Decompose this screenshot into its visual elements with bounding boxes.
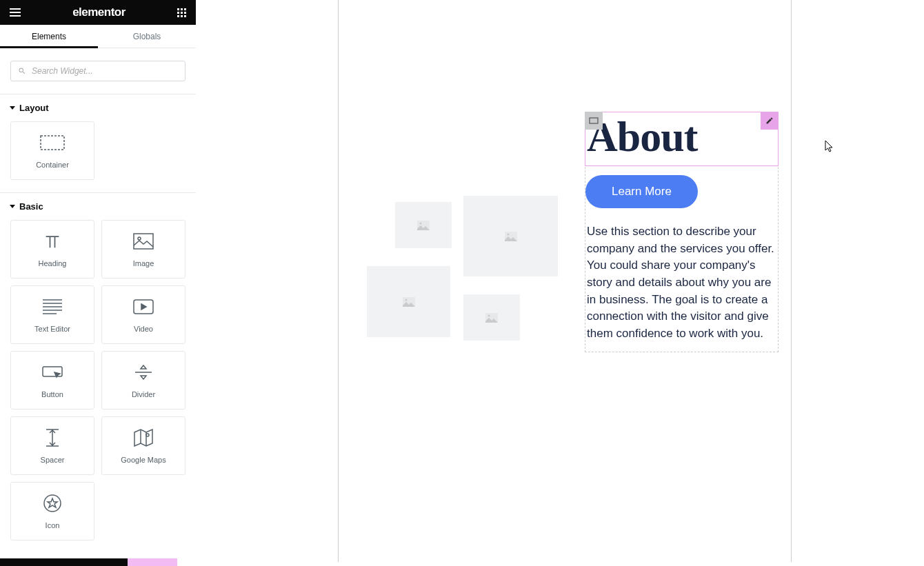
- apps-grid-button[interactable]: [177, 8, 186, 17]
- image-icon: [133, 232, 154, 251]
- section-basic-header[interactable]: Basic: [0, 193, 196, 220]
- map-icon: [134, 428, 153, 447]
- bottom-bar: [0, 558, 196, 566]
- svg-point-13: [420, 222, 422, 224]
- heading-widget-selected[interactable]: About: [585, 112, 779, 166]
- panel-tabs: Elements Globals: [0, 25, 196, 48]
- widget-drag-handle[interactable]: [585, 112, 603, 130]
- widget-icon[interactable]: Icon: [10, 482, 94, 540]
- widget-google-maps[interactable]: Google Maps: [101, 416, 185, 475]
- search-wrap: [0, 48, 196, 94]
- widget-spacer[interactable]: Spacer: [10, 416, 94, 475]
- section-layout-header[interactable]: Layout: [0, 94, 196, 121]
- tab-globals[interactable]: Globals: [98, 25, 196, 48]
- app-root: elementor Elements Globals Layout: [0, 0, 924, 566]
- hamburger-menu-button[interactable]: [10, 8, 21, 17]
- svg-point-19: [488, 314, 490, 316]
- gallery-image-4[interactable]: [463, 294, 520, 341]
- editor-canvas[interactable]: About Learn More Use this section to des…: [196, 0, 924, 566]
- star-icon: [43, 494, 61, 513]
- text-editor-icon: [43, 297, 62, 316]
- svg-point-15: [507, 233, 509, 235]
- widget-image[interactable]: Image: [101, 220, 185, 279]
- widget-button[interactable]: Button: [10, 351, 94, 410]
- svg-rect-1: [134, 234, 153, 249]
- widget-edit-button[interactable]: [761, 112, 779, 130]
- mouse-cursor: [825, 140, 834, 152]
- widget-text-editor[interactable]: Text Editor: [10, 285, 94, 344]
- spacer-icon: [46, 428, 59, 447]
- caret-down-icon: [10, 205, 15, 208]
- svg-rect-20: [590, 118, 598, 123]
- section-layout-title: Layout: [19, 103, 49, 113]
- content-column[interactable]: About Learn More Use this section to des…: [585, 112, 779, 352]
- heading-text[interactable]: About: [585, 112, 778, 165]
- widget-container[interactable]: Container: [10, 121, 94, 180]
- video-icon: [133, 297, 154, 316]
- section-basic: Basic Heading Image: [0, 193, 196, 553]
- gallery-image-3[interactable]: [367, 266, 450, 337]
- section-basic-title: Basic: [19, 201, 43, 212]
- widget-video[interactable]: Video: [101, 285, 185, 344]
- body-text[interactable]: Use this section to describe your compan…: [585, 223, 778, 342]
- svg-point-17: [405, 299, 407, 301]
- svg-point-10: [146, 434, 149, 436]
- section-layout: Layout Container: [0, 94, 196, 193]
- widget-heading[interactable]: Heading: [10, 220, 94, 279]
- svg-rect-0: [41, 136, 64, 150]
- caret-down-icon: [10, 106, 15, 110]
- search-input[interactable]: [32, 66, 178, 76]
- gallery-image-2[interactable]: [463, 196, 558, 276]
- tab-elements[interactable]: Elements: [0, 25, 98, 48]
- logo: elementor: [72, 6, 125, 19]
- button-icon: [42, 363, 63, 382]
- divider-icon: [135, 363, 152, 382]
- widget-divider[interactable]: Divider: [101, 351, 185, 410]
- editor-sidebar: elementor Elements Globals Layout: [0, 0, 196, 566]
- search-box: [10, 61, 185, 81]
- search-icon: [18, 67, 26, 75]
- svg-rect-9: [43, 367, 62, 376]
- svg-point-2: [138, 237, 141, 240]
- container-icon: [40, 133, 65, 152]
- sidebar-header: elementor: [0, 0, 196, 25]
- heading-icon: [43, 232, 62, 251]
- pencil-icon: [765, 117, 774, 125]
- learn-more-button[interactable]: Learn More: [585, 175, 698, 208]
- gallery-image-1[interactable]: [395, 202, 452, 248]
